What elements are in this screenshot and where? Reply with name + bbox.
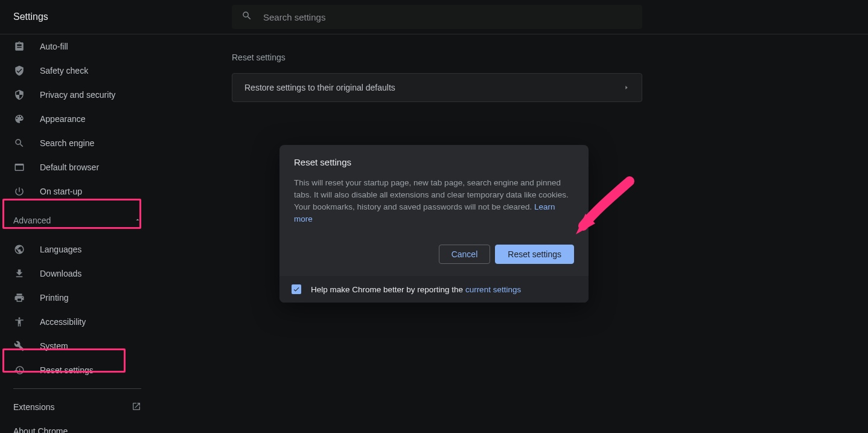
sidebar-item-label: Reset settings xyxy=(40,365,94,375)
search-icon xyxy=(241,10,252,24)
accessibility-icon xyxy=(13,316,25,328)
page-title: Settings xyxy=(0,11,232,22)
advanced-toggle[interactable]: Advanced xyxy=(0,206,155,235)
extensions-label: Extensions xyxy=(13,402,54,412)
reset-settings-dialog: Reset settings This will reset your star… xyxy=(279,145,589,303)
footer-text: Help make Chrome better by reporting the… xyxy=(311,285,521,294)
search-container[interactable] xyxy=(232,5,642,29)
sidebar-item-printing[interactable]: Printing xyxy=(0,286,155,310)
sidebar-item-accessibility[interactable]: Accessibility xyxy=(0,310,155,334)
security-icon xyxy=(13,89,25,101)
sidebar-item-label: Appearance xyxy=(40,114,86,124)
sidebar-item-label: Printing xyxy=(40,293,68,303)
sidebar-item-label: Downloads xyxy=(40,269,81,278)
restore-icon xyxy=(13,364,25,376)
print-icon xyxy=(13,292,25,304)
sidebar-item-startup[interactable]: On start-up xyxy=(0,179,155,204)
palette-icon xyxy=(13,113,25,125)
sidebar-item-autofill[interactable]: Auto-fill xyxy=(0,34,155,59)
open-external-icon xyxy=(132,402,141,413)
sidebar-item-label: Auto-fill xyxy=(40,42,68,51)
sidebar-item-downloads[interactable]: Downloads xyxy=(0,261,155,286)
sidebar-item-label: Default browser xyxy=(40,162,99,172)
sidebar-item-about[interactable]: About Chrome xyxy=(0,419,155,433)
web-icon xyxy=(13,161,25,173)
cancel-button[interactable]: Cancel xyxy=(439,245,491,264)
globe-icon xyxy=(13,243,25,255)
sidebar-item-reset-settings[interactable]: Reset settings xyxy=(0,358,155,382)
dialog-description: This will reset your startup page, new t… xyxy=(294,177,574,225)
about-label: About Chrome xyxy=(13,426,68,433)
sidebar: Auto-fill Safety check Privacy and secur… xyxy=(0,34,155,433)
shield-check-icon xyxy=(13,65,25,77)
dialog-footer: Help make Chrome better by reporting the… xyxy=(279,276,589,303)
sidebar-item-label: On start-up xyxy=(40,187,82,196)
sidebar-item-languages[interactable]: Languages xyxy=(0,237,155,261)
sidebar-item-label: Search engine xyxy=(40,138,94,148)
search-input[interactable] xyxy=(263,12,633,22)
header: Settings xyxy=(0,0,868,34)
search-icon xyxy=(13,137,25,149)
restore-defaults-row[interactable]: Restore settings to their original defau… xyxy=(232,73,642,102)
reset-settings-button[interactable]: Reset settings xyxy=(495,245,574,264)
row-label: Restore settings to their original defau… xyxy=(244,83,395,92)
sidebar-item-label: Languages xyxy=(40,245,81,254)
sidebar-item-label: Accessibility xyxy=(40,317,86,327)
sidebar-item-appearance[interactable]: Appearance xyxy=(0,107,155,131)
sidebar-item-safety-check[interactable]: Safety check xyxy=(0,59,155,83)
dialog-title: Reset settings xyxy=(294,157,574,167)
download-icon xyxy=(13,268,25,280)
sidebar-item-system[interactable]: System xyxy=(0,334,155,358)
sidebar-item-label: Safety check xyxy=(40,66,88,75)
main-content: Reset settings Restore settings to their… xyxy=(232,34,642,102)
chevron-up-icon xyxy=(134,216,141,225)
sidebar-item-default-browser[interactable]: Default browser xyxy=(0,155,155,179)
divider xyxy=(13,388,141,389)
power-icon xyxy=(13,185,25,197)
assignment-icon xyxy=(13,40,25,53)
wrench-icon xyxy=(13,340,25,352)
sidebar-item-label: Privacy and security xyxy=(40,90,115,100)
sidebar-item-extensions[interactable]: Extensions xyxy=(0,395,155,419)
advanced-label: Advanced xyxy=(13,216,51,225)
section-title: Reset settings xyxy=(232,53,642,62)
sidebar-item-search-engine[interactable]: Search engine xyxy=(0,131,155,155)
current-settings-link[interactable]: current settings xyxy=(465,285,521,294)
chevron-right-icon xyxy=(624,83,630,92)
sidebar-item-label: System xyxy=(40,341,68,351)
sidebar-item-privacy[interactable]: Privacy and security xyxy=(0,83,155,107)
report-checkbox[interactable] xyxy=(292,284,301,294)
